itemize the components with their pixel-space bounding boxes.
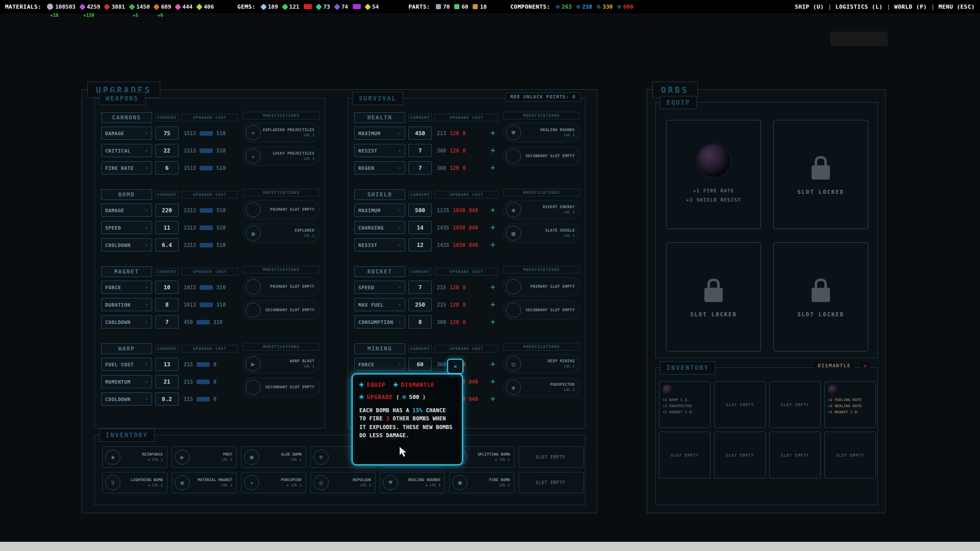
inventory-item[interactable]: ▶PREYLVL 1 (172, 446, 237, 468)
components-group: COMPONENTS: ⚙263⚙238⚙330⚙600 (510, 4, 633, 10)
upgrade-plus-button[interactable]: + (491, 206, 496, 215)
stat-dropdown[interactable]: MOMENTUM (101, 375, 152, 388)
stat-dropdown[interactable]: MAXIMUM (354, 204, 405, 217)
mod-level: LVL 1 (521, 364, 575, 369)
stat-dropdown[interactable]: CRITICAL (101, 144, 152, 157)
mod-slot[interactable]: ◆DIVERT ENERGYLVL 1 (503, 200, 580, 219)
cost-value: 510 (216, 208, 226, 213)
stat-dropdown[interactable]: SPEED (354, 281, 405, 294)
dismantle-close-icon[interactable]: ✕ (861, 362, 869, 369)
stat-dropdown[interactable]: DAMAGE (101, 127, 152, 140)
orb-inventory-slot[interactable]: SLOT EMPTY (769, 381, 821, 428)
orb-equip-slot[interactable]: SLOT LOCKED (773, 242, 868, 352)
upgrade-plus-button[interactable]: + (491, 317, 496, 327)
item-name: GLUE BOMB (262, 452, 302, 457)
stat-dropdown[interactable]: RESIST (354, 144, 405, 157)
upgrade-plus-button[interactable]: + (491, 223, 496, 232)
inventory-item[interactable]: ●FIRE BOMBLVL 1 (449, 472, 514, 493)
orb-inventory-slot[interactable]: SLOT EMPTY (769, 432, 821, 479)
orb-inventory-slot[interactable]: +2 FUELING RATE+3 HEALING RATE+2 MAGNET … (824, 381, 876, 428)
upgrade-plus-button[interactable]: + (491, 300, 496, 309)
mod-slot[interactable]: ♥HEALING ROUNDSLVL 1 (503, 123, 580, 142)
upgrade-plus-button[interactable]: + (491, 360, 496, 369)
mod-slot[interactable]: PRIMARY SLOT EMPTY (503, 277, 580, 296)
resource-value: 3881 (111, 4, 125, 10)
inventory-item[interactable]: ↯LIGHTNING BOMB★ LVL 1 (102, 472, 167, 493)
empty-slot-label: SLOT EMPTY (836, 453, 864, 458)
stat-dropdown[interactable]: DURATION (101, 298, 152, 311)
stat-dropdown[interactable]: MAXIMUM (354, 127, 405, 140)
mod-slot[interactable]: ◉EXPLODERLVL 1 (243, 223, 320, 243)
materials-group: MATERIALS: 108503+164259+13938811450+568… (5, 4, 214, 10)
mod-slot[interactable]: ◈PROSPECTORLVL 1 (503, 378, 580, 397)
cost-value: 120 (450, 302, 459, 308)
upgrade-plus-button[interactable]: + (491, 240, 496, 249)
orb-equip-slot[interactable]: SLOT LOCKED (773, 120, 868, 229)
upgrade-plus-button[interactable]: + (491, 377, 496, 386)
orb-inventory-slot[interactable]: +2 WARP C.D.+3 PROSPECTOR+2 MAGNET C.D. (659, 381, 710, 428)
empty-slot-label: SLOT EMPTY (781, 403, 809, 407)
inventory-item[interactable]: ✦PORCUPINE★ LVL 1 (241, 472, 306, 493)
cost-value: 213 (437, 131, 446, 136)
inventory-item[interactable]: ◆REINFORCE★ LVL 1 (102, 446, 167, 468)
stat-dropdown[interactable]: MAX FUEL (354, 298, 405, 311)
inventory-item[interactable]: ◉MATERIAL MAGNETLVL 1 (172, 472, 237, 493)
stat-dropdown[interactable]: RESIST (354, 238, 405, 252)
mod-slot[interactable]: PRIMARY SLOT EMPTY (243, 200, 320, 219)
mod-slot[interactable]: ▣SLATE SHIELDLVL 1 (503, 223, 580, 243)
stat-dropdown[interactable]: FORCE (101, 281, 152, 294)
stat-dropdown[interactable]: CHARGING (354, 221, 405, 234)
orb-inventory-slot[interactable]: SLOT EMPTY (714, 432, 766, 479)
cost-value: 450 (184, 319, 193, 325)
gem-icon (316, 4, 323, 10)
upgrade-plus-button[interactable]: + (491, 146, 496, 155)
stat-dropdown[interactable]: FUEL COST (101, 358, 152, 371)
orb-inventory-slot[interactable]: SLOT EMPTY (714, 381, 766, 428)
mod-slot[interactable]: PRIMARY SLOT EMPTY (243, 277, 320, 296)
mod-slot[interactable]: ◎DEEP MININGLVL 1 (503, 354, 580, 373)
upgrade-plus-button[interactable]: + (491, 163, 496, 172)
upgrade-plus-button[interactable]: + (491, 129, 496, 138)
orb-inventory-slot[interactable]: SLOT EMPTY (659, 432, 710, 479)
stat-dropdown[interactable]: FIRE RATE (101, 161, 152, 174)
orb-equip-slot[interactable]: SLOT LOCKED (666, 242, 761, 352)
upgrade-button[interactable]: + UPGRADE ( ⚙ 500 ) (359, 393, 426, 401)
orb-inventory-slot[interactable]: SLOT EMPTY (824, 432, 876, 479)
mod-slot[interactable]: SECONDARY SLOT EMPTY (503, 146, 580, 166)
stat-dropdown[interactable]: COOLDOWN (101, 238, 152, 252)
stat-dropdown[interactable]: CONSUMPTION (354, 315, 405, 329)
mod-slot[interactable]: ✶EXPLODING PROJECTILESLVL 1 (243, 123, 320, 142)
inventory-item[interactable]: SLOT EMPTY (519, 446, 584, 468)
equip-button[interactable]: + EQUIP (359, 381, 385, 389)
popup-close-button[interactable]: ✕ (447, 359, 463, 374)
stat-dropdown[interactable]: DAMAGE (101, 204, 152, 217)
stat-dropdown[interactable]: SPEED (101, 221, 152, 234)
upgrade-plus-button[interactable]: + (491, 394, 496, 404)
menu-ship[interactable]: SHIP (U) (795, 4, 824, 10)
stat-dropdown[interactable]: REGEN (354, 161, 405, 174)
item-name: FIRE BOMB (471, 478, 510, 482)
mod-slot[interactable]: SECONDARY SLOT EMPTY (243, 300, 320, 320)
orb-equip-slot[interactable]: +1 FIRE RATE+3 SHIELD RESIST (666, 120, 761, 229)
inventory-item[interactable]: SLOT EMPTY (519, 472, 584, 493)
mod-slot[interactable]: ✦LUCKY PROJECTILESLVL 1 (243, 146, 320, 166)
menu-logistics[interactable]: LOGISTICS (L) (836, 4, 883, 10)
stat-dropdown[interactable]: FORCE (354, 358, 405, 371)
mod-slot[interactable]: ▶WARP BLASTLVL 1 (243, 354, 320, 373)
upgrade-plus-button[interactable]: + (491, 283, 496, 292)
stat-dropdown[interactable]: COOLDOWN (101, 392, 152, 406)
dismantle-orbs-button[interactable]: DISMANTLE (815, 363, 854, 368)
inventory-item[interactable]: ♥HEALING ROUNDS★ LVL 1 (380, 472, 445, 493)
slot-locked-label: SLOT LOCKED (690, 311, 737, 317)
menu-world[interactable]: WORLD (P) (894, 4, 927, 10)
inventory-item[interactable]: ●GLUE BOMBLVL 1 (241, 446, 306, 468)
stat-group: ROCKETCURRENTUPGRADE COSTSPEED72151200+M… (354, 266, 580, 333)
stat-dropdown[interactable]: COOLDOWN (101, 315, 152, 329)
gem-icon (334, 4, 340, 10)
dismantle-button[interactable]: + DISMANTLE (394, 381, 434, 389)
mod-slot[interactable]: SECONDARY SLOT EMPTY (243, 378, 320, 397)
inventory-item[interactable]: ◎REPULSORLVL 1 (310, 472, 376, 493)
gear-icon: ⚙ (402, 393, 406, 400)
mod-slot[interactable]: SECONDARY SLOT EMPTY (503, 300, 580, 320)
menu-esc[interactable]: MENU (ESC) (939, 4, 975, 10)
